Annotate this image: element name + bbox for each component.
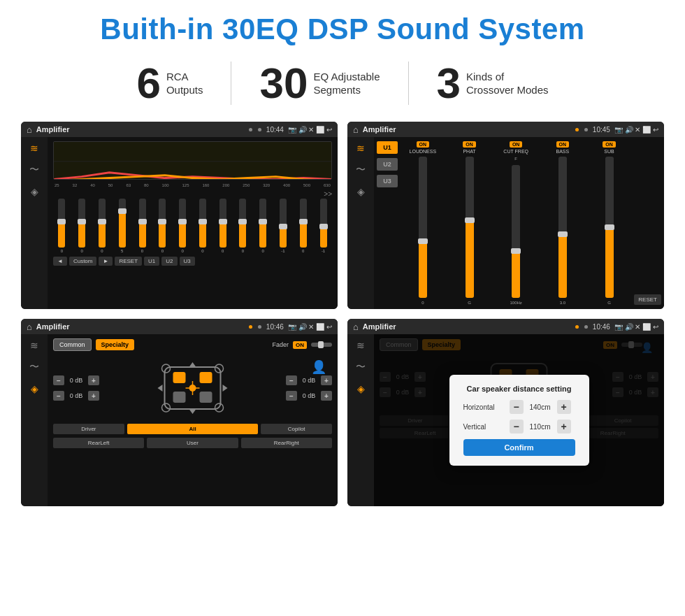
svg-rect-6 (200, 372, 212, 383)
rearright-db-control: − 0 dB + (286, 391, 332, 401)
u3-button[interactable]: U3 (377, 175, 398, 187)
confirm-button[interactable]: Confirm (463, 439, 575, 456)
driver-plus[interactable]: + (88, 375, 99, 385)
screen-crossover: ⌂ Amplifier 10:45 📷 🔊 ✕ ⬜ ↩ ≋ 〜 ◈ U1 U2 (347, 122, 664, 309)
common-tab[interactable]: Common (53, 338, 92, 351)
screen3-time: 10:46 (266, 323, 284, 331)
phat-slider[interactable] (466, 157, 474, 298)
copilot-btn[interactable]: Copilot (261, 424, 332, 434)
horizontal-minus[interactable]: − (510, 400, 524, 414)
speaker-icon-4[interactable]: ◈ (357, 383, 365, 394)
reset-btn[interactable]: RESET (115, 257, 142, 266)
bass-slider[interactable] (558, 157, 567, 298)
u2-btn[interactable]: U2 (161, 257, 177, 266)
screen1-time: 10:44 (266, 126, 284, 134)
copilot-db-control: − 0 dB + (286, 375, 332, 385)
screen4-content: ≋ 〜 ◈ Common Specialty ON 👤 (347, 334, 664, 506)
stat-eq-number: 30 (259, 62, 308, 105)
dialog-vertical-row: Vertical − 110cm + (463, 420, 575, 434)
loudness-slider[interactable] (419, 157, 427, 298)
bottom-btns-3b: RearLeft User RearRight (53, 438, 332, 448)
home-icon-4[interactable]: ⌂ (353, 322, 359, 332)
rearright-btn[interactable]: RearRight (241, 438, 332, 448)
u2-button[interactable]: U2 (377, 158, 398, 171)
rearright-plus[interactable]: + (321, 391, 332, 401)
screen2-title: Amplifier (363, 125, 570, 134)
stat-rca-number: 6 (136, 62, 160, 105)
copilot-plus[interactable]: + (321, 375, 332, 385)
eq-freq-labels: 2532405063 80100125160200 25032040050063… (53, 183, 332, 187)
all-btn[interactable]: All (127, 424, 259, 434)
prev-btn[interactable]: ◄ (53, 257, 67, 266)
rearleft-plus[interactable]: + (88, 391, 99, 401)
screen3-status-icons: 📷 🔊 ✕ ⬜ ↩ (288, 323, 332, 331)
screen1-status-icons: 📷 🔊 ✕ ⬜ ↩ (288, 126, 332, 134)
play-btn[interactable]: ► (99, 257, 113, 266)
rearleft-minus[interactable]: − (53, 391, 64, 401)
u3-btn[interactable]: U3 (180, 257, 195, 266)
avatar-icon: 👤 (311, 359, 326, 375)
stat-rca-desc: RCA Outputs (166, 70, 203, 97)
user-btn[interactable]: User (147, 438, 238, 448)
rearright-minus[interactable]: − (286, 391, 297, 401)
copilot-minus[interactable]: − (286, 375, 297, 385)
driver-minus[interactable]: − (53, 375, 64, 385)
eq-icon-3[interactable]: ≋ (30, 340, 38, 351)
dot8 (584, 325, 588, 329)
vertical-minus[interactable]: − (510, 420, 524, 434)
driver-btn[interactable]: Driver (53, 424, 124, 434)
stat-crossover: 3 Kinds of Crossover Modes (409, 62, 577, 105)
speaker-icon-3[interactable]: ◈ (31, 383, 38, 394)
dialog-overlay: Car speaker distance setting Horizontal … (374, 334, 664, 506)
specialty-tab[interactable]: Specialty (96, 339, 135, 350)
dot3 (575, 128, 579, 131)
eq-icon-4[interactable]: ≋ (356, 340, 365, 351)
fader-on-badge: ON (293, 341, 307, 349)
screen2-time: 10:45 (593, 126, 610, 134)
home-icon-3[interactable]: ⌂ (27, 322, 32, 332)
rearleft-btn[interactable]: RearLeft (53, 438, 144, 448)
status-bar-2: ⌂ Amplifier 10:45 📷 🔊 ✕ ⬜ ↩ (347, 122, 664, 137)
eq-slider-0: 0 (53, 199, 71, 253)
eq-icon[interactable]: ≋ (30, 143, 38, 154)
eq-graph (53, 141, 332, 180)
left-icons-1: ≋ 〜 ◈ (21, 137, 48, 309)
eq-slider-4: 0 (134, 199, 151, 253)
eq-slider-12: 0 (294, 199, 312, 253)
u-buttons: U1 U2 U3 (377, 141, 398, 305)
horizontal-plus[interactable]: + (557, 400, 571, 414)
loudness-val: 0 (421, 301, 424, 305)
sub-slider[interactable] (605, 157, 614, 298)
driver-db-val: 0 dB (66, 377, 86, 384)
u1-btn[interactable]: U1 (144, 257, 159, 266)
distance-dialog: Car speaker distance setting Horizontal … (449, 375, 589, 466)
screen1-content: ≋ 〜 ◈ (21, 137, 338, 309)
eq-main: 2532405063 80100125160200 25032040050063… (48, 137, 338, 309)
u1-button[interactable]: U1 (377, 141, 398, 154)
home-icon-1[interactable]: ⌂ (27, 124, 32, 135)
eq-icon-2[interactable]: ≋ (356, 143, 365, 154)
wave-icon-4[interactable]: 〜 (356, 361, 366, 373)
speaker-icon-2[interactable]: ◈ (357, 186, 365, 197)
stat-eq: 30 EQ Adjustable Segments (231, 62, 408, 105)
sub-val: G (607, 301, 611, 305)
home-icon-2[interactable]: ⌂ (353, 124, 359, 135)
eq-arrows[interactable]: >> (324, 190, 332, 198)
loudness-on: ON (417, 141, 430, 148)
cutfreq-slider[interactable] (512, 165, 520, 298)
eq-slider-9: 0 (234, 199, 252, 253)
speaker-icon[interactable]: ◈ (31, 186, 38, 197)
horizontal-value: 140cm (526, 403, 554, 411)
wave-icon[interactable]: 〜 (29, 164, 39, 176)
driver-db-control: − 0 dB + (53, 375, 99, 385)
wave-icon-2[interactable]: 〜 (356, 164, 366, 176)
screen3-content: ≋ 〜 ◈ Common Specialty Fader ON (21, 334, 338, 506)
fader-slider[interactable] (311, 343, 332, 347)
car-diagram-area (103, 357, 282, 420)
crossover-reset-btn[interactable]: RESET (634, 294, 661, 305)
wave-icon-3[interactable]: 〜 (29, 361, 39, 373)
bass-label: BASS (556, 149, 570, 154)
vertical-plus[interactable]: + (557, 420, 571, 434)
screen-speaker: ⌂ Amplifier 10:46 📷 🔊 ✕ ⬜ ↩ ≋ 〜 ◈ Common… (21, 319, 338, 506)
screen1-title: Amplifier (36, 125, 244, 134)
